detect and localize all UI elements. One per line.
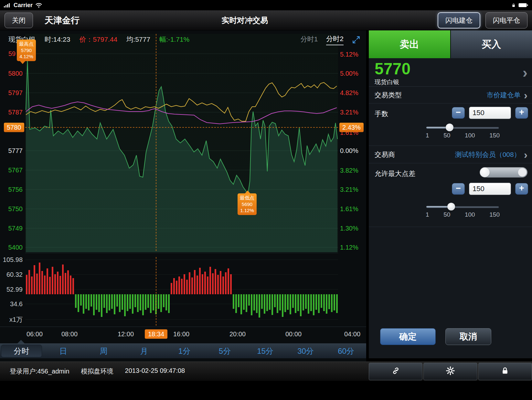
percent-axis-label: 3.82%	[340, 167, 358, 174]
cancel-button[interactable]: 取消	[445, 328, 491, 345]
max-spread-slider[interactable]	[426, 203, 499, 211]
quote-change: 幅:-1.71%	[159, 35, 189, 44]
percent-axis-label: 1.61%	[340, 205, 358, 213]
volume-axis-label: 34.6	[0, 300, 23, 308]
max-spread-slider-thumb[interactable]	[447, 203, 455, 211]
broker-label: 交易商	[375, 150, 395, 159]
timeframe-bar: 分时日周月1分5分15分30分60分	[0, 343, 366, 358]
footer-buttons	[369, 363, 532, 380]
time-axis-label: 20:00	[229, 330, 246, 338]
app-screen: Carrier 关闭 天津金行 实时对冲交易 闪电建仓 闪电平仓	[0, 0, 532, 400]
trade-panel: 卖出 买入 5770 现货白银 › 交易类型 市价建仓单 › 手数 −	[369, 30, 532, 358]
timeframe-tab-1[interactable]: 分时	[1, 345, 42, 357]
chart-mode-tab-1[interactable]: 分时1	[301, 35, 318, 45]
percent-axis-label: 1.12%	[340, 244, 358, 251]
order-type-row[interactable]: 交易类型 市价建仓单 ›	[369, 87, 532, 103]
volume-axis-label: 52.99	[0, 286, 23, 293]
broker-row[interactable]: 交易商 测试特别会员（008） ›	[369, 146, 532, 163]
max-spread-slider-marks: 150100150	[426, 211, 500, 218]
timeframe-tab-4[interactable]: 月	[124, 344, 164, 358]
slider-mark: 50	[443, 132, 450, 139]
percent-axis-label: 3.21%	[340, 109, 358, 116]
chart-mode-tab-2[interactable]: 分时2	[326, 34, 344, 45]
lots-stepper: − +	[452, 107, 528, 119]
time-axis-label: 08:00	[61, 330, 78, 338]
percent-axis-label: 1.30%	[340, 225, 358, 232]
timeframe-tab-3[interactable]: 周	[83, 344, 124, 358]
max-spread-plus-button[interactable]: +	[515, 183, 528, 195]
price-axis-label: 5787	[0, 109, 23, 116]
bottom-bar: 登录用户:456_admin 模拟盘环境 2013-02-25 09:47:08	[0, 362, 532, 381]
percent-axis-label: 5.12%	[340, 51, 358, 58]
volume-axis-label: x1万	[0, 315, 23, 324]
status-bar: Carrier	[0, 0, 532, 10]
lots-slider-thumb[interactable]	[446, 124, 453, 131]
slider-mark: 150	[489, 132, 500, 139]
chevron-right-icon: ›	[523, 65, 527, 80]
confirm-button[interactable]: 确定	[380, 328, 436, 345]
timeframe-tab-5[interactable]: 1分	[164, 344, 205, 358]
extreme-point-badge: 最高点57904.12%	[17, 39, 36, 61]
main-content: 现货白银 时:14:23 价：5797.44 均:5777 幅:-1.71% 分…	[0, 30, 532, 362]
flash-open-button[interactable]: 闪电建仓	[438, 12, 480, 28]
max-spread-minus-button[interactable]: −	[452, 183, 465, 195]
chart-panel: 现货白银 时:14:23 价：5797.44 均:5777 幅:-1.71% 分…	[0, 30, 366, 362]
lots-slider[interactable]	[426, 124, 499, 131]
slider-mark: 100	[465, 211, 475, 218]
lots-section: 手数 − + 150100150	[369, 103, 532, 146]
time-axis-label: 16:00	[173, 330, 189, 338]
order-actions: 确定 取消	[369, 328, 532, 345]
timeframe-tab-9[interactable]: 60分	[326, 344, 366, 358]
price-axis-label: 5800	[0, 70, 23, 77]
price-chart[interactable]	[25, 34, 338, 252]
volume-axis-label: 60.32	[0, 271, 23, 278]
timeframe-notch	[17, 340, 25, 343]
max-spread-toggle[interactable]	[480, 167, 527, 178]
footer-link-button[interactable]	[369, 363, 422, 380]
page-title: 实时对冲交易	[221, 15, 268, 26]
footer-gear-button[interactable]	[423, 363, 477, 380]
quote-time: 时:14:23	[45, 35, 70, 44]
bottom-filler	[0, 381, 532, 400]
time-axis-label: 00:00	[285, 330, 302, 338]
price-axis-label: 5767	[0, 167, 23, 174]
footer-lock-button[interactable]	[478, 363, 532, 380]
instrument-row[interactable]: 5770 现货白银 ›	[369, 58, 532, 87]
close-button[interactable]: 关闭	[5, 13, 33, 28]
nav-bar: 关闭 天津金行 实时对冲交易 闪电建仓 闪电平仓	[0, 10, 532, 30]
quote-average: 均:5777	[126, 35, 150, 44]
flash-close-button[interactable]: 闪电平仓	[485, 12, 527, 28]
timeframe-tab-7[interactable]: 15分	[245, 344, 285, 358]
gear-icon	[446, 366, 455, 376]
lots-minus-button[interactable]: −	[452, 107, 465, 119]
price-crosshair-badge: 5780	[4, 123, 24, 132]
lots-label: 手数	[375, 109, 388, 118]
toggle-knob[interactable]	[480, 168, 490, 177]
price-axis-label: 59	[8, 50, 16, 58]
toggle-ghost	[518, 168, 527, 177]
slider-mark: 50	[443, 211, 450, 218]
lots-input[interactable]	[469, 107, 511, 119]
max-spread-stepper: − +	[452, 183, 528, 195]
timeframe-tab-2[interactable]: 日	[43, 344, 83, 358]
signal-strength-icon	[4, 3, 11, 7]
volume-chart[interactable]	[25, 257, 338, 327]
resize-arrows-icon[interactable]	[352, 36, 360, 44]
slider-mark: 1	[426, 132, 429, 139]
max-spread-input[interactable]	[469, 183, 511, 195]
timeframe-tab-6[interactable]: 5分	[205, 344, 245, 358]
tab-buy[interactable]: 买入	[450, 30, 532, 58]
lots-slider-marks: 150100150	[426, 132, 500, 139]
order-type-label: 交易类型	[375, 91, 402, 100]
order-symbol: 现货白银	[375, 78, 532, 86]
broker-value: 测试特别会员（008）	[455, 150, 521, 159]
tab-sell[interactable]: 卖出	[369, 30, 450, 58]
order-type-value: 市价建仓单	[487, 91, 521, 100]
time-axis-label: 12:00	[118, 330, 134, 338]
lots-plus-button[interactable]: +	[515, 107, 528, 119]
volume-axis-label: 105.98	[0, 256, 23, 264]
timeframe-tab-8[interactable]: 30分	[285, 344, 326, 358]
price-axis-label: 5756	[0, 186, 23, 193]
carrier-label: Carrier	[14, 2, 33, 9]
wifi-icon	[35, 3, 42, 8]
